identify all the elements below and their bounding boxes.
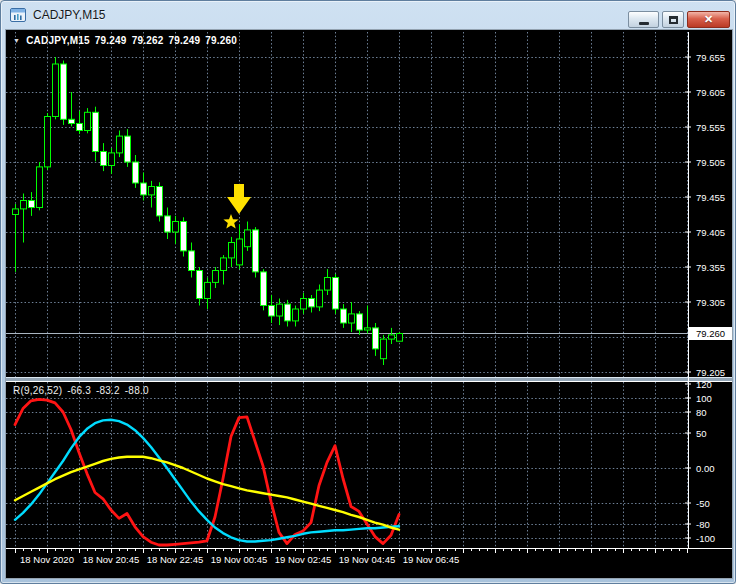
time-axis-label: 19 Nov 00:45 [211,554,268,565]
candle [373,323,379,356]
indicator-axis[interactable]: 12010080500.00-50-80-100 [685,379,715,544]
time-axis-label: 19 Nov 02:45 [275,554,332,565]
candle-body [117,136,123,153]
candle-body [101,152,107,166]
chevron-down-icon[interactable]: ▼ [13,37,20,44]
candle-body [85,112,91,130]
candle-body [349,314,355,323]
candle [197,267,203,306]
candle-body [141,183,147,195]
candle [37,162,43,210]
candle-body [45,117,51,167]
candle [93,107,99,162]
indicator-axis-label: 100 [696,393,712,404]
candle [253,227,259,277]
candle-body [341,309,347,323]
candle [133,155,139,188]
candle [381,335,387,365]
candle [269,295,275,323]
candle [13,204,19,272]
candle [205,278,211,310]
candle [397,332,403,341]
indicator-axis-label: -50 [696,498,710,509]
price-axis-label: 79.305 [696,297,725,308]
indicator-name: R(9,26,52) [13,385,62,396]
candle-body [133,162,139,183]
candle [101,143,107,171]
candle [293,306,299,327]
candle [85,108,91,133]
close-button[interactable]: ✕ [687,11,730,28]
candle-body [53,64,59,117]
candle [261,269,267,310]
candle-body [381,339,387,359]
candle-body [61,64,67,119]
indicator-axis-label: -80 [696,519,710,530]
close-icon: ✕ [704,14,713,25]
price-axis-label: 79.355 [696,262,725,273]
candle-body [365,328,371,330]
indicator-header: R(9,26,52) -66.3 -83.2 -88.0 [13,385,149,396]
chart-canvas[interactable]: 79.65579.60579.55579.50579.45579.40579.3… [6,30,732,578]
candle [341,304,347,328]
indicator-value-3: -88.0 [125,385,149,396]
candle-body [109,153,115,166]
candle-body [13,209,19,215]
time-axis-label: 18 Nov 22:45 [147,554,204,565]
candle-body [245,230,251,247]
candle-body [165,216,171,232]
candle-body [213,271,219,283]
indicator-value-1: -66.3 [67,385,91,396]
indicator-value-2: -83.2 [96,385,120,396]
candle-body [357,314,363,330]
candle-body [237,239,243,265]
candle-body [173,222,179,233]
candle-body [125,136,131,162]
candle-body [389,335,395,339]
candle [149,181,155,208]
candle [21,194,27,243]
chart-window-icon [10,7,26,23]
time-axis[interactable]: 18 Nov 202018 Nov 20:4518 Nov 22:4519 No… [16,549,688,565]
candle [309,295,315,313]
candle [349,302,355,332]
candle-body [285,304,291,321]
candle [61,61,67,125]
symbol-period-label: CADJPY,M15 [26,35,90,46]
candle [301,293,307,314]
candle-body [205,282,211,298]
candle-body [157,187,163,216]
candle [325,269,331,295]
candle-body [229,243,235,258]
indicator-axis-label: -100 [696,533,715,544]
candle [333,274,339,314]
price-axis-label: 79.655 [696,52,725,63]
candle [221,255,227,284]
candle [229,237,235,267]
candle-body [397,334,403,342]
low-value: 79.249 [168,35,200,46]
candle-body [197,271,203,299]
indicator-axis-label: 80 [696,407,707,418]
candle-body [317,290,323,307]
candle [45,113,51,170]
price-axis-label: 79.205 [696,367,725,378]
restore-button[interactable] [662,11,684,28]
price-axis-label: 79.605 [696,87,725,98]
price-axis[interactable]: 79.65579.60579.55579.50579.45579.40579.3… [685,52,732,378]
candle [109,148,115,174]
indicator-axis-label: 50 [696,428,707,439]
candle [237,224,243,269]
window-buttons: ✕ [628,11,730,28]
candle [141,173,147,201]
chart-client-area[interactable]: 79.65579.60579.55579.50579.45579.40579.3… [5,29,733,579]
titlebar[interactable]: CADJPY,M15 ✕ [1,1,735,29]
high-value: 79.262 [132,35,164,46]
star-marker [223,214,238,229]
price-axis-label: 79.405 [696,227,725,238]
candle-body [261,272,267,306]
candle-body [21,201,27,209]
candle [357,311,363,335]
time-axis-label: 19 Nov 06:45 [403,554,460,565]
minimize-button[interactable] [628,11,659,28]
